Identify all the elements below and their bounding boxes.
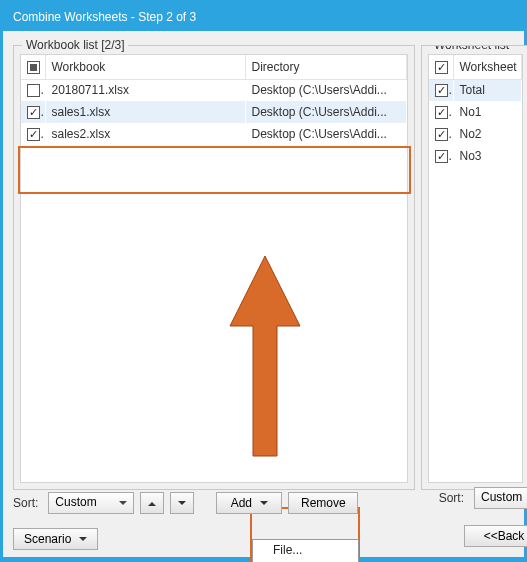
triangle-up-icon [148,498,156,506]
add-button[interactable]: Add [216,492,282,514]
remove-button[interactable]: Remove [288,492,358,514]
workbook-header-checkbox-cell[interactable] [21,55,45,79]
row-checkbox[interactable] [435,128,448,141]
back-button-label: <<Back [484,529,525,543]
sort-up-button[interactable] [140,492,164,514]
workbook-dir-cell: Desktop (C:\Users\Addi... [245,123,407,145]
row-checkbox[interactable] [27,84,40,97]
sort-select-value: Custom [55,495,96,509]
workbook-table: Workbook Directory 20180711.xlsxDesktop … [21,55,407,145]
worksheet-sort-select[interactable]: Custom [474,487,527,509]
workbook-name-cell: sales2.xlsx [45,123,245,145]
row-checkbox[interactable] [435,84,448,97]
workbook-header-name[interactable]: Workbook [45,55,245,79]
worksheet-sort-select-value: Custom [481,490,522,504]
worksheet-name-cell: No1 [453,101,522,123]
table-row[interactable]: sales1.xlsxDesktop (C:\Users\Addi... [21,101,407,123]
table-row[interactable]: Total [429,79,522,101]
row-checkbox[interactable] [435,106,448,119]
table-row[interactable]: sales2.xlsxDesktop (C:\Users\Addi... [21,123,407,145]
add-menu-file[interactable]: File... [253,540,358,560]
worksheet-name-cell: Total [453,79,522,101]
worksheet-list-group: Worksheet list [4/4 Worksheet TotalNo1No… [421,45,527,490]
scenario-button-label: Scenario [24,532,71,546]
worksheet-header-checkbox-cell[interactable] [429,55,453,79]
workbook-list-legend: Workbook list [2/3] [22,38,128,52]
sort-select[interactable]: Custom [48,492,134,514]
back-button[interactable]: <<Back [464,525,527,547]
workbook-name-cell: 20180711.xlsx [45,79,245,101]
workbook-name-cell: sales1.xlsx [45,101,245,123]
table-row[interactable]: No1 [429,101,522,123]
row-checkbox[interactable] [27,128,40,141]
workbook-header-directory[interactable]: Directory [245,55,407,79]
table-row[interactable]: No3 [429,145,522,167]
window-title: Combine Worksheets - Step 2 of 3 [13,10,196,24]
row-checkbox[interactable] [435,150,448,163]
client-area: Workbook list [2/3] Workbook Directory 2… [3,31,524,557]
worksheet-list-panel: Worksheet TotalNo1No2No3 [428,54,523,483]
sort-label: Sort: [13,496,42,510]
scenario-button[interactable]: Scenario [13,528,98,550]
workbook-list-group: Workbook list [2/3] Workbook Directory 2… [13,45,415,490]
workbook-dir-cell: Desktop (C:\Users\Addi... [245,79,407,101]
row-checkbox[interactable] [27,106,40,119]
workbook-dir-cell: Desktop (C:\Users\Addi... [245,101,407,123]
triangle-down-icon [178,501,186,509]
checkbox-checked-icon[interactable] [435,61,448,74]
sort-down-button[interactable] [170,492,194,514]
worksheet-name-cell: No2 [453,123,522,145]
checkbox-indeterminate-icon[interactable] [27,61,40,74]
window-titlebar: Combine Worksheets - Step 2 of 3 [3,3,524,31]
remove-button-label: Remove [301,496,346,510]
workbook-list-panel: Workbook Directory 20180711.xlsxDesktop … [20,54,408,483]
add-button-label: Add [231,496,252,510]
worksheet-header-name[interactable]: Worksheet [453,55,522,79]
table-row[interactable]: 20180711.xlsxDesktop (C:\Users\Addi... [21,79,407,101]
table-row[interactable]: No2 [429,123,522,145]
worksheet-sort-controls: Sort: Custom [439,487,527,509]
worksheet-name-cell: No3 [453,145,522,167]
add-dropdown-menu: File... Folder... [252,539,359,562]
worksheet-table: Worksheet TotalNo1No2No3 [429,55,522,167]
worksheet-sort-label: Sort: [439,491,468,505]
